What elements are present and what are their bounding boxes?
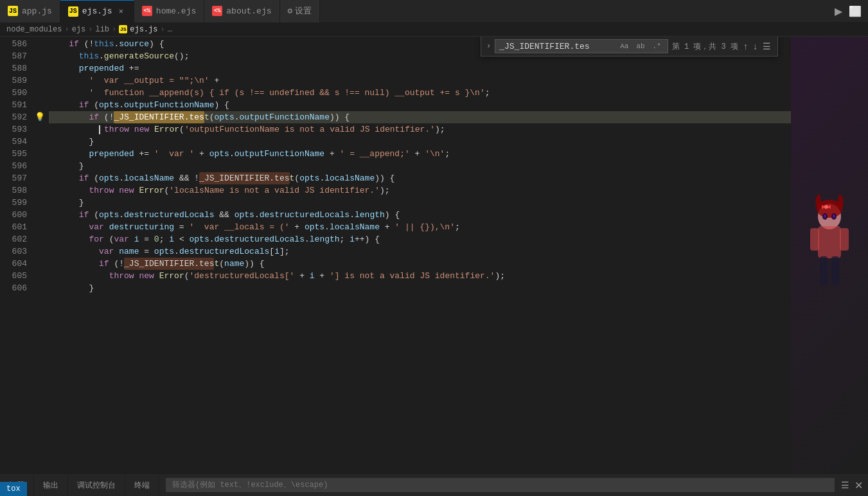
statusbar-tox: tox: [0, 482, 27, 496]
tab-close-button[interactable]: ✕: [116, 5, 126, 17]
token: [: [269, 245, 274, 258]
token: ;: [340, 233, 345, 245]
token: +: [410, 148, 420, 160]
panel-tab-debug-console[interactable]: 调试控制台: [68, 474, 125, 496]
token: [49, 209, 79, 221]
token: .: [99, 50, 104, 62]
svg-rect-5: [831, 256, 839, 285]
js-icon: JS: [119, 25, 127, 33]
token: length: [310, 233, 340, 245]
svg-point-10: [833, 215, 835, 218]
code-line-591: if (opts.outputFunctionName) {: [49, 99, 791, 111]
panel-close-button[interactable]: ✕: [855, 479, 863, 492]
search-count: 第 1 项，共 3 项: [672, 41, 738, 52]
token: [49, 50, 79, 62]
lightbulb-icon[interactable]: 💡: [35, 111, 45, 123]
line-num: 599: [0, 197, 27, 209]
code-line-603: var name = opts.destructuredLocals[i];: [49, 245, 791, 258]
token: =: [139, 245, 149, 258]
panel-tab-terminal[interactable]: 终端: [125, 474, 159, 496]
token: ' var __output = "";\n': [89, 75, 209, 87]
token: [154, 270, 159, 282]
token: [49, 111, 89, 123]
token: ();: [174, 50, 189, 62]
breadcrumb-part[interactable]: …: [168, 25, 172, 34]
token: (: [89, 209, 99, 221]
line-num: 588: [0, 62, 27, 75]
token: outputFunctionName: [235, 148, 324, 160]
breadcrumb-sep: ›: [160, 25, 164, 34]
search-case-sensitive-button[interactable]: Aa: [617, 41, 631, 51]
tab-about-ejs[interactable]: <% about.ejs: [204, 0, 279, 22]
token: Error: [139, 184, 164, 197]
code-line-597: if (opts.localsName && !_JS_IDENTIFIER.t…: [49, 172, 791, 184]
token: .: [119, 209, 124, 221]
token: (: [164, 184, 169, 197]
tab-home-ejs[interactable]: <% home.ejs: [134, 0, 204, 22]
token: length: [355, 209, 385, 221]
breadcrumb-sep: ›: [112, 25, 116, 34]
breadcrumb-part[interactable]: ejs: [72, 25, 86, 34]
code-line-593: throw new Error('outputFunctionName is n…: [49, 123, 791, 136]
token: this: [79, 50, 99, 62]
search-expand-icon[interactable]: ›: [486, 42, 491, 51]
code-line-600: if (opts.destructuredLocals && opts.dest…: [49, 209, 791, 221]
token: localsName: [324, 172, 375, 184]
line-num: 591: [0, 99, 27, 111]
search-prev-button[interactable]: ↑: [742, 40, 749, 53]
token: ];: [279, 245, 290, 258]
token: t: [290, 172, 295, 184]
token: source: [119, 38, 149, 50]
token: )) {: [244, 258, 264, 270]
search-whole-word-button[interactable]: ab: [633, 41, 647, 51]
line-num: 587: [0, 50, 27, 62]
token: i: [129, 233, 139, 245]
run-button[interactable]: ▶: [835, 5, 842, 17]
token: [49, 233, 89, 245]
panel-menu-button[interactable]: ☰: [841, 480, 849, 490]
tab-app-js[interactable]: JS app.js: [0, 0, 60, 22]
token: +: [324, 148, 335, 160]
token: new: [119, 184, 134, 197]
gear-icon: ⚙: [288, 6, 293, 16]
filter-input[interactable]: [166, 478, 835, 492]
token: outputFunctionName: [240, 111, 330, 123]
bottom-panel: 问题 输出 调试控制台 终端 ☰ ✕ tox: [0, 474, 868, 496]
token: .: [119, 172, 124, 184]
search-next-button[interactable]: ↓: [752, 40, 759, 53]
token: new: [134, 123, 149, 136]
panel-tab-output[interactable]: 输出: [34, 474, 68, 496]
search-regex-button[interactable]: .*: [650, 41, 664, 51]
token: +: [289, 221, 299, 233]
token: [114, 184, 119, 197]
code-line-602: for (var i = 0; i < opts.destructuredLoc…: [49, 233, 791, 245]
token: Error: [159, 270, 184, 282]
line-num: 586: [0, 38, 27, 50]
code-container[interactable]: 586 587 588 589 590 591 592 593 594 595 …: [0, 37, 791, 474]
token: }: [49, 282, 94, 294]
token: .: [174, 245, 179, 258]
token: =: [174, 221, 184, 233]
token: (: [219, 258, 224, 270]
token: <: [174, 233, 184, 245]
breadcrumb-part[interactable]: lib: [95, 25, 109, 34]
token: [134, 270, 139, 282]
tab-settings[interactable]: ⚙ 设置: [280, 0, 321, 22]
token: .: [324, 221, 330, 233]
breadcrumb-file[interactable]: JS ejs.js: [119, 25, 157, 34]
token: opts: [299, 172, 319, 184]
search-input[interactable]: [499, 42, 615, 51]
token: this: [94, 38, 114, 50]
tab-bar: JS app.js JS ejs.js ✕ <% home.ejs <% abo…: [0, 0, 868, 22]
token: new: [139, 270, 154, 282]
token: [49, 270, 109, 282]
tox-label: tox: [6, 484, 21, 493]
code-line-601: var destructuring = ' var __locals = (' …: [49, 221, 791, 233]
ejs-icon: <%: [142, 6, 152, 16]
split-editor-button[interactable]: ⬜: [849, 5, 862, 17]
token: outputFunctionName: [124, 99, 214, 111]
breadcrumb-part[interactable]: node_modules: [6, 25, 62, 34]
token: .: [119, 99, 124, 111]
tab-ejs-js[interactable]: JS ejs.js ✕: [60, 0, 134, 22]
search-menu-button[interactable]: ☰: [761, 40, 772, 53]
